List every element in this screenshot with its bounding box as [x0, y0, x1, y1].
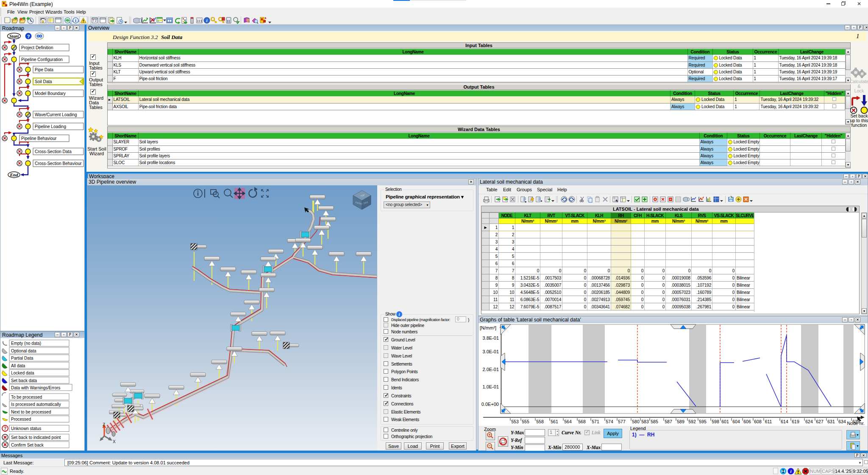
svg-text:553: 553	[511, 419, 519, 424]
svg-text:608: 608	[754, 419, 762, 424]
svg-text:Pipeline Behaviour: Pipeline Behaviour	[21, 136, 57, 141]
svg-text:611: 611	[765, 419, 772, 424]
svg-text:Next to be processed: Next to be processed	[11, 410, 51, 414]
svg-text:Set back data: Set back data	[11, 378, 37, 383]
svg-text:Z: Z	[103, 422, 105, 427]
svg-text:592: 592	[688, 419, 696, 424]
svg-text:Set back to indicated point: Set back to indicated point	[11, 435, 61, 440]
svg-text:577: 577	[618, 419, 626, 424]
svg-text:Lock: Lock	[854, 88, 864, 93]
svg-text:631: 631	[827, 419, 835, 424]
svg-text:Project Definition: Project Definition	[21, 45, 53, 50]
svg-text:614: 614	[781, 419, 788, 424]
svg-text:i: i	[75, 18, 76, 23]
svg-text:[N/mm²]: [N/mm²]	[480, 325, 496, 330]
svg-text:571: 571	[592, 419, 599, 424]
svg-text:Start: Start	[9, 34, 19, 39]
svg-text:3.8E-01: 3.8E-01	[482, 335, 499, 341]
svg-text:601: 601	[721, 419, 729, 424]
svg-text:1.0E-01: 1.0E-01	[482, 384, 499, 389]
svg-text:580: 580	[632, 419, 640, 424]
svg-text:All data: All data	[11, 363, 25, 368]
svg-text:Pipeline Loading: Pipeline Loading	[35, 124, 66, 129]
svg-text:Confirm Set back: Confirm Set back	[11, 443, 44, 447]
svg-text:?: ?	[4, 426, 7, 431]
svg-text:595: 595	[699, 419, 707, 424]
svg-text:Unknown status: Unknown status	[11, 426, 41, 431]
svg-text:Optional data: Optional data	[11, 349, 36, 353]
svg-text:604: 604	[732, 419, 740, 424]
svg-text:558: 558	[536, 419, 544, 424]
svg-text:X: X	[113, 439, 116, 444]
svg-text:587: 587	[665, 419, 672, 424]
svg-text:Cross-Section Behaviour: Cross-Section Behaviour	[35, 161, 82, 166]
svg-text:634: 634	[838, 419, 846, 424]
svg-text:568: 568	[578, 419, 586, 424]
svg-text:Cross-Section Data: Cross-Section Data	[35, 149, 72, 154]
svg-text:Node nr.: Node nr.	[847, 421, 865, 426]
svg-text:598: 598	[712, 419, 719, 424]
svg-text:585: 585	[651, 419, 658, 424]
svg-text:619: 619	[792, 419, 799, 424]
svg-text:End: End	[10, 172, 18, 177]
svg-text:Soil Data: Soil Data	[35, 79, 52, 84]
svg-text:574: 574	[606, 419, 613, 424]
svg-text:Partial Data: Partial Data	[11, 356, 33, 360]
svg-text:Data with Warnings/Errors: Data with Warnings/Errors	[11, 386, 60, 390]
svg-text:Is processed automatically: Is processed automatically	[11, 402, 61, 407]
svg-text:0.0E+00: 0.0E+00	[481, 402, 499, 407]
svg-text:function: function	[851, 123, 867, 128]
svg-text:2.0E-01: 2.0E-01	[482, 367, 499, 372]
svg-text:561: 561	[551, 419, 558, 424]
svg-text:i: i	[399, 312, 400, 317]
svg-text:To be processed: To be processed	[11, 395, 42, 400]
svg-text:?: ?	[27, 34, 30, 39]
svg-text:Pipe Data: Pipe Data	[35, 67, 53, 72]
svg-text:Model Boundary: Model Boundary	[35, 91, 66, 96]
svg-text:624: 624	[805, 419, 813, 424]
svg-text:627: 627	[816, 419, 823, 424]
svg-text:Processed: Processed	[11, 417, 31, 422]
svg-text:564: 564	[564, 419, 572, 424]
svg-text:Empty (no data): Empty (no data)	[11, 341, 41, 346]
svg-text:606: 606	[743, 419, 751, 424]
svg-text:583: 583	[641, 419, 649, 424]
svg-text:555: 555	[522, 419, 529, 424]
svg-text:Locked data: Locked data	[11, 371, 34, 375]
svg-text:Wave/Current Loading: Wave/Current Loading	[35, 112, 77, 117]
svg-text:Pipeline Configuration: Pipeline Configuration	[21, 57, 63, 62]
svg-text:3.0E-01: 3.0E-01	[482, 349, 499, 354]
svg-text:589: 589	[677, 419, 684, 424]
